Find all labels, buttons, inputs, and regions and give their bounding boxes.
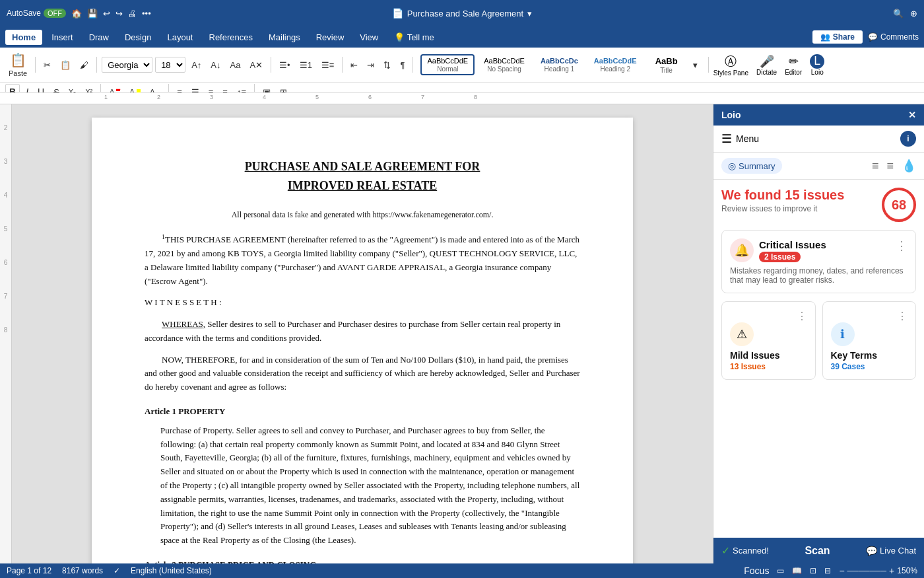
menu-design[interactable]: Design — [118, 30, 158, 45]
menu-review[interactable]: Review — [310, 30, 351, 45]
critical-issues-card[interactable]: 🔔 Critical Issues 2 Issues ⋮ Mistakes re… — [721, 230, 916, 293]
proofing-icon[interactable]: ✓ — [114, 566, 120, 575]
loio-toolbar-button[interactable]: L Loio — [810, 54, 824, 76]
paste-group[interactable]: 📋 Paste — [5, 50, 30, 79]
share-icon[interactable]: ⊕ — [910, 9, 917, 18]
toolbar: 📋 Paste ✂ 📋 🖌 Georgia 18 A↑ A↓ Aa A✕ ☰• … — [0, 48, 924, 92]
menu-mailings[interactable]: Mailings — [262, 30, 307, 45]
more-icon[interactable]: ••• — [142, 9, 151, 18]
document-area: PURCHASE AND SALE AGREEMENT FOR IMPROVED… — [12, 104, 713, 563]
mild-issues-card[interactable]: ⋮ ⚠ Mild Issues 13 Issues — [721, 301, 816, 380]
font-family-select[interactable]: Georgia — [102, 57, 152, 73]
zoom-in-button[interactable]: + — [889, 565, 894, 576]
more-styles-button[interactable]: ▾ — [690, 58, 701, 72]
doc-body: 1THIS PURCHASE AGREEMENT (hereinafter re… — [145, 232, 580, 563]
key-terms-card-menu[interactable]: ⋮ — [897, 310, 908, 322]
decrease-indent-button[interactable]: ⇤ — [347, 58, 361, 72]
mild-card-menu[interactable]: ⋮ — [797, 310, 807, 322]
style-heading1[interactable]: AaBbCcDc Heading 1 — [534, 54, 585, 75]
undo-icon[interactable]: ↩ — [103, 9, 110, 18]
loio-header: Loio ✕ — [713, 104, 924, 126]
redo-icon[interactable]: ↪ — [116, 9, 123, 18]
dictate-button[interactable]: 🎤 Dictate — [756, 54, 777, 76]
doc-article2-title: Article 2 PURCHASE PRICE AND CLOSING — [145, 558, 580, 563]
issues-text-block: We found 15 issues Review issues to impr… — [721, 188, 844, 213]
mild-badge: 13 Issues — [730, 362, 807, 371]
loio-menu-button[interactable]: ☰ Menu — [721, 131, 759, 146]
sep2 — [96, 57, 97, 73]
status-bar: Page 1 of 12 8167 words ✓ English (Unite… — [0, 563, 924, 578]
issues-row: ⋮ ⚠ Mild Issues 13 Issues ⋮ ℹ Key Terms … — [721, 301, 916, 380]
style-no-spacing[interactable]: AaBbCcDdE No Spacing — [477, 54, 531, 75]
menu-view[interactable]: View — [353, 30, 385, 45]
scanned-label: Scanned! — [733, 546, 769, 556]
ruler-mark: 8 — [474, 94, 477, 100]
format-painter-button[interactable]: 🖌 — [77, 58, 92, 72]
comments-button[interactable]: 💬 Comments — [868, 32, 919, 42]
autosave-toggle[interactable]: OFF — [44, 9, 66, 18]
editor-button[interactable]: ✏ Editor — [785, 54, 802, 76]
live-chat-label: Live Chat — [880, 546, 916, 556]
zoom-level: 150% — [897, 566, 917, 575]
live-chat-button[interactable]: 💬 Live Chat — [866, 546, 916, 556]
clear-format-button[interactable]: A✕ — [246, 58, 266, 72]
style-normal[interactable]: AaBbCcDdE Normal — [420, 54, 475, 75]
numbering-button[interactable]: ☰1 — [296, 58, 315, 72]
share-button[interactable]: 👥 Share — [812, 30, 863, 44]
margin-num: 2 — [4, 124, 8, 131]
font-size-select[interactable]: 18 — [155, 57, 185, 73]
menu-layout[interactable]: Layout — [160, 30, 199, 45]
multilevel-button[interactable]: ☰≡ — [318, 58, 338, 72]
copy-button[interactable]: 📋 — [57, 58, 74, 72]
doc-witnesseth: W I T N E S S E T H : — [145, 296, 580, 310]
zoom-slider[interactable]: ─────── — [847, 566, 887, 575]
scanned-icon: ✓ — [721, 544, 730, 557]
print-icon[interactable]: 🖨 — [128, 9, 137, 18]
grid-view-icon[interactable]: ≡ — [886, 159, 894, 173]
change-case-button[interactable]: Aa — [226, 58, 244, 72]
sep4 — [342, 57, 343, 73]
decrease-font-button[interactable]: A↓ — [207, 58, 224, 72]
menu-draw[interactable]: Draw — [82, 30, 116, 45]
view-normal-icon[interactable]: ▭ — [777, 566, 784, 575]
focus-button[interactable]: Focus — [744, 565, 769, 576]
bullets-button[interactable]: ☰• — [276, 58, 294, 72]
menu-bar: Home Insert Draw Design Layout Reference… — [0, 26, 924, 48]
increase-font-button[interactable]: A↑ — [188, 58, 205, 72]
style-heading2[interactable]: AaBbCcDdE Heading 2 — [587, 54, 644, 75]
issues-subtitle: Review issues to improve it — [721, 204, 844, 213]
critical-card-menu[interactable]: ⋮ — [896, 238, 908, 253]
menu-home[interactable]: Home — [5, 30, 42, 45]
margin-num: 7 — [4, 293, 8, 300]
zoom-out-button[interactable]: − — [839, 565, 844, 576]
loio-menu-label: Menu — [736, 133, 759, 144]
list-view-icon[interactable]: ≡ — [872, 159, 879, 173]
mild-card-header: ⋮ — [730, 310, 807, 322]
title-dropdown-icon[interactable]: ▾ — [527, 9, 532, 18]
view-web-icon[interactable]: ⊟ — [824, 566, 831, 575]
scanned-status: ✓ Scanned! — [721, 544, 769, 557]
view-print-icon[interactable]: ⊡ — [810, 566, 816, 575]
increase-indent-button[interactable]: ⇥ — [364, 58, 378, 72]
show-formatting-button[interactable]: ¶ — [397, 58, 408, 72]
menu-tell-me[interactable]: 💡 Tell me — [387, 30, 441, 45]
style-title[interactable]: AaBb Title — [646, 54, 687, 77]
sort-button[interactable]: ⇅ — [380, 58, 394, 72]
settings-icon[interactable]: 💧 — [902, 159, 916, 173]
scan-button[interactable]: Scan — [769, 545, 866, 557]
search-icon[interactable]: 🔍 — [893, 9, 904, 18]
save-icon[interactable]: 💾 — [87, 9, 98, 18]
menu-insert[interactable]: Insert — [45, 30, 80, 45]
home-icon[interactable]: 🏠 — [71, 9, 82, 18]
document-title: Purchase and Sale Agreement — [407, 9, 523, 18]
styles-pane-button[interactable]: Ⓐ Styles Pane — [713, 54, 748, 77]
menu-references[interactable]: References — [203, 30, 259, 45]
loio-tab-summary[interactable]: ◎ Summary — [721, 158, 782, 174]
key-terms-card[interactable]: ⋮ ℹ Key Terms 39 Cases — [822, 301, 917, 380]
loio-content: We found 15 issues Review issues to impr… — [713, 180, 924, 538]
key-terms-badge: 39 Cases — [831, 362, 908, 371]
view-reader-icon[interactable]: 📖 — [792, 566, 802, 575]
loio-close-button[interactable]: ✕ — [908, 110, 916, 120]
loio-info-button[interactable]: i — [900, 131, 916, 147]
cut-button[interactable]: ✂ — [40, 58, 54, 72]
